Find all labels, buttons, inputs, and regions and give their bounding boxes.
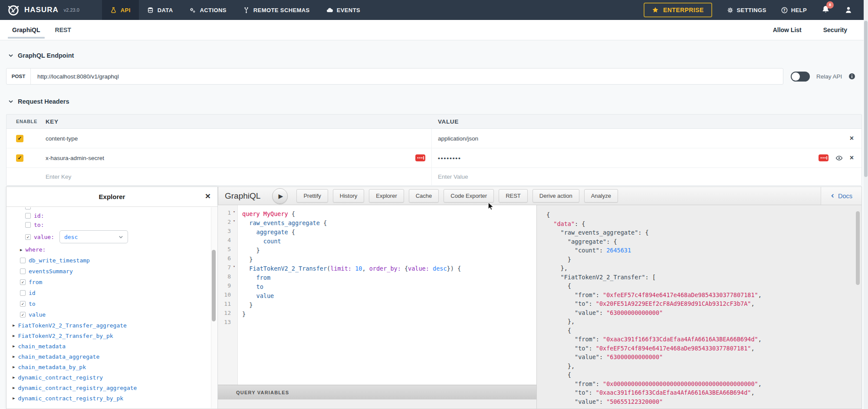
query-editor[interactable]: 1▾2▾34567▾8910111213 query MyQuery { raw… xyxy=(218,205,536,409)
header-value: application/json xyxy=(438,135,478,142)
field-checkbox[interactable] xyxy=(25,207,31,209)
explorer-row-eventsSummary[interactable]: eventsSummary xyxy=(7,266,210,277)
eye-icon[interactable] xyxy=(835,154,843,162)
help-button[interactable]: ? HELP xyxy=(781,7,807,13)
line-number: 9 xyxy=(218,282,237,291)
user-avatar-icon[interactable] xyxy=(845,6,852,14)
notification-badge: 8 xyxy=(826,1,834,9)
notifications-button[interactable]: 8 xyxy=(822,5,830,15)
key-cell[interactable]: x-hasura-admin-secret xyxy=(39,148,432,167)
explorer-row-dynamic_contract_registry_by_pk[interactable]: ▶dynamic_contract_registry_by_pk xyxy=(7,393,210,403)
field-checkbox[interactable]: ✓ xyxy=(25,234,31,240)
explorer-row-value[interactable]: ✓value xyxy=(7,309,210,320)
info-icon[interactable] xyxy=(848,73,855,80)
explorer-row[interactable] xyxy=(7,207,210,211)
explorer-row-chain_metadata[interactable]: ▶chain_metadata xyxy=(7,341,210,351)
query-variables-editor[interactable] xyxy=(218,399,536,409)
request-headers-header[interactable]: Request Headers xyxy=(0,92,868,105)
toolbar-button-history[interactable]: History xyxy=(333,189,364,203)
hasura-brand[interactable]: HASURA v2.23.0 xyxy=(7,3,79,16)
value-cell[interactable]: application/json× xyxy=(432,135,861,142)
explorer-row-db_write_timestamp[interactable]: db_write_timestamp xyxy=(7,255,210,266)
http-method-label: POST xyxy=(7,69,31,84)
field-checkbox[interactable] xyxy=(20,268,26,274)
explorer-row-where[interactable]: ▶where: xyxy=(7,244,210,255)
expand-arrow-icon[interactable]: ▶ xyxy=(13,323,15,327)
expand-arrow-icon[interactable]: ▶ xyxy=(13,375,15,380)
tab-rest[interactable]: REST xyxy=(53,20,73,40)
result-line: "raw_events_aggregate": { xyxy=(546,228,861,237)
relay-api-toggle[interactable] xyxy=(791,72,810,82)
nav-item-actions[interactable]: ACTIONS xyxy=(181,0,234,20)
explorer-title: Explorer xyxy=(99,193,125,200)
value-cell[interactable]: ••••••••× xyxy=(432,154,861,162)
field-checkbox[interactable]: ✓ xyxy=(20,312,26,317)
nav-item-data[interactable]: DATA xyxy=(139,0,181,20)
explorer-row-chain_metadata_by_pk[interactable]: ▶chain_metadata_by_pk xyxy=(7,362,210,372)
settings-button[interactable]: SETTINGS xyxy=(727,7,766,13)
field-checkbox[interactable] xyxy=(20,290,26,296)
expand-arrow-icon[interactable]: ▶ xyxy=(13,334,15,338)
toolbar-button-explorer[interactable]: Explorer xyxy=(369,189,404,203)
expand-arrow-icon[interactable]: ▶ xyxy=(13,344,15,348)
toolbar-button-prettify[interactable]: Prettify xyxy=(296,189,328,203)
explorer-tree: id:to:✓value:desc▶where:db_write_timesta… xyxy=(7,207,210,408)
execute-query-button[interactable]: ▶ xyxy=(272,188,288,204)
link-allow-list[interactable]: Allow List xyxy=(773,26,802,33)
toolbar-button-analyze[interactable]: Analyze xyxy=(584,189,618,203)
explorer-row-id[interactable]: id: xyxy=(7,211,210,220)
explorer-row-to[interactable]: ✓to xyxy=(7,298,210,309)
explorer-label: eventsSummary xyxy=(29,268,73,275)
enable-checkbox[interactable]: ✓ xyxy=(16,154,23,162)
query-variables-bar[interactable]: QUERY VARIABLES xyxy=(218,385,536,399)
enterprise-button[interactable]: ENTERPRISE xyxy=(644,3,712,17)
explorer-row-from[interactable]: ✓from xyxy=(7,277,210,288)
nav-item-events[interactable]: EVENTS xyxy=(318,0,368,20)
explorer-row-dynamic_contract_registry_aggregate[interactable]: ▶dynamic_contract_registry_aggregate xyxy=(7,383,210,393)
query-code-area[interactable]: 1▾2▾34567▾8910111213 query MyQuery { raw… xyxy=(218,205,536,385)
section-title: Request Headers xyxy=(18,98,69,105)
expand-arrow-icon[interactable]: ▶ xyxy=(20,248,22,252)
field-checkbox[interactable] xyxy=(25,213,31,219)
expand-arrow-icon[interactable]: ▶ xyxy=(13,386,15,390)
endpoint-url-input[interactable]: http://localhost:8080/v1/graphql xyxy=(31,73,783,80)
key-cell[interactable]: content-type xyxy=(39,129,432,148)
expand-arrow-icon[interactable]: ▶ xyxy=(13,396,15,400)
explorer-scrollbar-thumb[interactable] xyxy=(212,250,216,321)
explorer-row-to[interactable]: to: xyxy=(7,220,210,229)
nav-item-remote-schemas[interactable]: REMOTE SCHEMAS xyxy=(235,0,318,20)
value-cell[interactable]: Enter Value xyxy=(432,173,861,180)
enable-checkbox[interactable]: ✓ xyxy=(16,135,23,142)
close-icon[interactable]: × xyxy=(850,154,854,161)
toolbar-button-cache[interactable]: Cache xyxy=(409,189,439,203)
header-value: •••••••• xyxy=(438,155,461,161)
field-checkbox[interactable] xyxy=(20,258,26,263)
toolbar-button-rest[interactable]: REST xyxy=(499,189,528,203)
field-checkbox[interactable] xyxy=(25,222,31,228)
results-scrollbar-thumb[interactable] xyxy=(856,211,860,285)
explorer-row-chain_metadata_aggregate[interactable]: ▶chain_metadata_aggregate xyxy=(7,351,210,362)
graphql-endpoint-header[interactable]: GraphQL Endpoint xyxy=(0,40,868,59)
explorer-row-value[interactable]: ✓value:desc xyxy=(7,229,210,244)
toolbar-button-code-exporter[interactable]: Code Exporter xyxy=(444,189,494,203)
link-security[interactable]: Security xyxy=(823,26,847,33)
page-scrollbar-thumb[interactable] xyxy=(864,21,868,177)
expand-arrow-icon[interactable]: ▶ xyxy=(13,354,15,359)
nav-item-api[interactable]: API xyxy=(102,0,139,20)
explorer-row-FiatTokenV2_2_Transfer_aggregate[interactable]: ▶FiatTokenV2_2_Transfer_aggregate xyxy=(7,320,210,330)
field-checkbox[interactable]: ✓ xyxy=(20,279,26,285)
key-cell[interactable]: Enter Key xyxy=(39,168,432,185)
query-code[interactable]: query MyQuery { raw_events_aggregate { a… xyxy=(238,205,461,385)
explorer-row-id[interactable]: id xyxy=(7,288,210,298)
close-icon[interactable]: × xyxy=(205,191,210,200)
toolbar-button-derive-action[interactable]: Derive action xyxy=(533,189,579,203)
field-checkbox[interactable]: ✓ xyxy=(20,301,26,307)
code-line: } xyxy=(242,310,461,319)
docs-button[interactable]: Docs xyxy=(821,187,861,205)
explorer-row-dynamic_contract_registry[interactable]: ▶dynamic_contract_registry xyxy=(7,372,210,383)
expand-arrow-icon[interactable]: ▶ xyxy=(13,365,15,369)
explorer-row-FiatTokenV2_2_Transfer_by_pk[interactable]: ▶FiatTokenV2_2_Transfer_by_pk xyxy=(7,330,210,341)
tab-graphiql[interactable]: GraphiQL xyxy=(10,20,42,40)
close-icon[interactable]: × xyxy=(850,135,854,142)
sort-direction-select[interactable]: desc xyxy=(59,230,128,243)
